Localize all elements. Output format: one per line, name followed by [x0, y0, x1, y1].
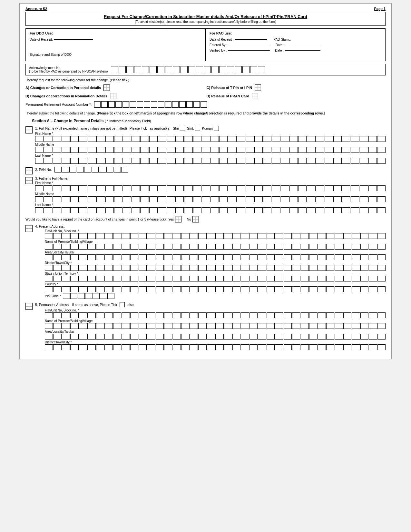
- option-d-checkbox[interactable]: [252, 93, 258, 99]
- country-29[interactable]: [284, 286, 292, 292]
- country-34[interactable]: [326, 286, 334, 292]
- pa-6[interactable]: [87, 334, 95, 340]
- mn-cell-17[interactable]: [175, 147, 184, 153]
- dist-33[interactable]: [318, 265, 326, 271]
- pp-26[interactable]: [258, 323, 266, 329]
- pa-3[interactable]: [62, 334, 70, 340]
- area-34[interactable]: [326, 254, 334, 260]
- pin-4[interactable]: [85, 293, 92, 299]
- fln-3[interactable]: [53, 207, 61, 213]
- pf-34[interactable]: [326, 312, 334, 318]
- fn-cell-7[interactable]: [88, 136, 96, 142]
- pa-10[interactable]: [122, 334, 130, 340]
- dist-5[interactable]: [79, 265, 87, 271]
- pp-40[interactable]: [377, 323, 386, 329]
- pa-36[interactable]: [343, 334, 351, 340]
- dist-26[interactable]: [258, 265, 266, 271]
- country-5[interactable]: [79, 286, 87, 292]
- fmn-23[interactable]: [228, 196, 236, 202]
- prem-23[interactable]: [232, 244, 240, 250]
- ffn-4[interactable]: [62, 185, 70, 191]
- pd-26[interactable]: [258, 344, 266, 350]
- area-6[interactable]: [87, 254, 95, 260]
- fmn-5[interactable]: [70, 196, 79, 202]
- mn-cell-27[interactable]: [263, 147, 271, 153]
- mn-cell-23[interactable]: [228, 147, 236, 153]
- prem-3[interactable]: [62, 244, 70, 250]
- country-17[interactable]: [181, 286, 189, 292]
- ffn-29[interactable]: [281, 185, 289, 191]
- mn-cell-4[interactable]: [62, 147, 70, 153]
- same-checkbox[interactable]: [120, 302, 125, 307]
- pf-26[interactable]: [258, 312, 266, 318]
- pa-15[interactable]: [164, 334, 172, 340]
- area-40[interactable]: [377, 254, 386, 260]
- prem-40[interactable]: [377, 244, 386, 250]
- fn-cell-3[interactable]: [53, 136, 61, 142]
- pa-1[interactable]: [45, 334, 53, 340]
- dist-1[interactable]: [45, 265, 53, 271]
- pf-39[interactable]: [369, 312, 377, 318]
- ln-cell-17[interactable]: [175, 158, 184, 164]
- fn-cell-1[interactable]: [35, 136, 44, 142]
- mn-cell-13[interactable]: [140, 147, 149, 153]
- country-36[interactable]: [343, 286, 351, 292]
- prem-13[interactable]: [147, 244, 155, 250]
- area-15[interactable]: [164, 254, 172, 260]
- fmn-15[interactable]: [158, 196, 166, 202]
- mn-cell-14[interactable]: [149, 147, 158, 153]
- dist-17[interactable]: [181, 265, 189, 271]
- ffn-36[interactable]: [342, 185, 350, 191]
- pf-19[interactable]: [198, 312, 206, 318]
- fn-cell-13[interactable]: [140, 136, 149, 142]
- fn-cell-21[interactable]: [210, 136, 219, 142]
- dist-15[interactable]: [164, 265, 172, 271]
- mn-cell-24[interactable]: [237, 147, 245, 153]
- pp-24[interactable]: [241, 323, 249, 329]
- fn-cell-36[interactable]: [342, 136, 350, 142]
- ffn-19[interactable]: [193, 185, 201, 191]
- mn-cell-11[interactable]: [123, 147, 131, 153]
- fmn-27[interactable]: [263, 196, 271, 202]
- country-38[interactable]: [360, 286, 368, 292]
- state-20[interactable]: [207, 276, 215, 281]
- fmn-20[interactable]: [202, 196, 210, 202]
- ffn-17[interactable]: [175, 185, 184, 191]
- pao-date-field[interactable]: [235, 39, 267, 40]
- pa-21[interactable]: [215, 334, 223, 340]
- no-checkbox[interactable]: [192, 216, 199, 222]
- ffn-20[interactable]: [202, 185, 210, 191]
- flat-4[interactable]: [70, 233, 78, 239]
- area-17[interactable]: [181, 254, 189, 260]
- pa-23[interactable]: [232, 334, 240, 340]
- flat-16[interactable]: [173, 233, 181, 239]
- ln-cell-31[interactable]: [298, 158, 307, 164]
- flat-37[interactable]: [352, 233, 360, 239]
- country-3[interactable]: [62, 286, 70, 292]
- ln-cell-19[interactable]: [193, 158, 201, 164]
- flat-40[interactable]: [377, 233, 386, 239]
- flat-31[interactable]: [301, 233, 309, 239]
- fn-cell-10[interactable]: [114, 136, 122, 142]
- fln-39[interactable]: [368, 207, 377, 213]
- ack-box-2[interactable]: [119, 66, 126, 73]
- state-15[interactable]: [164, 276, 172, 281]
- area-23[interactable]: [232, 254, 240, 260]
- ffn-33[interactable]: [316, 185, 324, 191]
- fmn-13[interactable]: [140, 196, 149, 202]
- area-36[interactable]: [343, 254, 351, 260]
- mn-cell-31[interactable]: [298, 147, 307, 153]
- dist-24[interactable]: [241, 265, 249, 271]
- pp-7[interactable]: [96, 323, 104, 329]
- state-39[interactable]: [369, 276, 377, 281]
- state-22[interactable]: [224, 276, 232, 281]
- fn-cell-9[interactable]: [105, 136, 114, 142]
- state-24[interactable]: [241, 276, 249, 281]
- state-4[interactable]: [70, 276, 78, 281]
- prem-4[interactable]: [70, 244, 78, 250]
- area-8[interactable]: [104, 254, 113, 260]
- flat-38[interactable]: [360, 233, 368, 239]
- pa-18[interactable]: [190, 334, 198, 340]
- area-22[interactable]: [224, 254, 232, 260]
- dist-34[interactable]: [326, 265, 334, 271]
